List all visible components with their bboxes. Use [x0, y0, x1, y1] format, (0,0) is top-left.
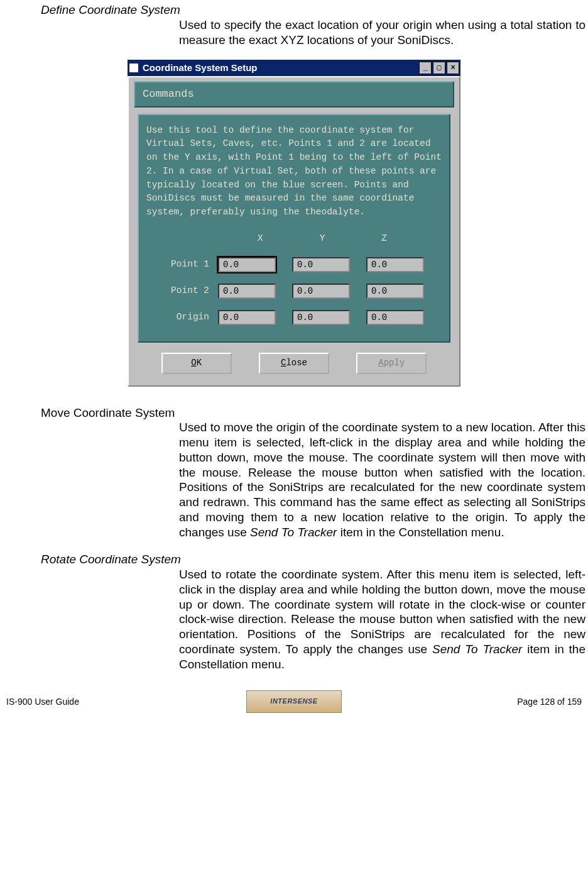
heading-rotate: Rotate Coordinate System	[41, 552, 588, 567]
input-point1-x[interactable]	[218, 257, 276, 272]
page-footer: IS-900 User Guide INTERSENSE Page 128 of…	[0, 690, 588, 713]
apply-button[interactable]: Apply	[356, 353, 427, 374]
close-button[interactable]: Close	[259, 353, 329, 374]
row-point-2: Point 2	[146, 284, 442, 299]
input-point1-z[interactable]	[366, 257, 424, 272]
input-origin-y[interactable]	[292, 310, 350, 325]
text-move: Used to move the origin of the coordinat…	[179, 420, 585, 539]
input-point2-y[interactable]	[292, 284, 350, 299]
row-point-1: Point 1	[146, 257, 442, 272]
input-point2-x[interactable]	[218, 284, 276, 299]
header-z: Z	[381, 232, 387, 246]
input-origin-z[interactable]	[366, 310, 424, 325]
text-define: Used to specify the exact location of yo…	[179, 18, 585, 48]
footer-doc-title: IS-900 User Guide	[6, 697, 246, 708]
footer-page-number: Page 128 of 159	[342, 697, 582, 708]
label-origin: Origin	[146, 311, 218, 324]
menu-commands[interactable]: Commands	[134, 81, 454, 107]
minimize-button[interactable]: _	[419, 62, 432, 74]
input-origin-x[interactable]	[218, 310, 276, 325]
heading-move: Move Coordinate System	[41, 406, 588, 421]
close-window-button[interactable]: ×	[447, 62, 459, 74]
label-point-1: Point 1	[146, 258, 218, 272]
column-headers: X Y Z	[203, 232, 442, 246]
ok-button[interactable]: OK	[161, 353, 232, 374]
heading-define: Define Coordinate System	[41, 3, 588, 18]
label-point-2: Point 2	[146, 284, 218, 298]
system-menu-icon[interactable]	[129, 63, 139, 73]
dialog-help-text: Use this tool to define the coordinate s…	[146, 124, 442, 219]
text-rotate: Used to rotate the coordinate system. Af…	[179, 567, 585, 671]
dialog-title: Coordinate System Setup	[143, 62, 258, 74]
header-x: X	[258, 232, 263, 246]
restore-button[interactable]: ▢	[433, 62, 445, 74]
dialog-inner-panel: Use this tool to define the coordinate s…	[138, 114, 450, 343]
intersense-logo: INTERSENSE	[246, 690, 342, 713]
dialog-coordinate-system-setup: Coordinate System Setup _ ▢ × Commands U…	[128, 60, 460, 386]
input-point2-z[interactable]	[366, 284, 424, 299]
input-point1-y[interactable]	[292, 257, 350, 272]
header-y: Y	[320, 232, 325, 246]
row-origin: Origin	[146, 310, 442, 325]
dialog-titlebar: Coordinate System Setup _ ▢ ×	[128, 60, 460, 76]
